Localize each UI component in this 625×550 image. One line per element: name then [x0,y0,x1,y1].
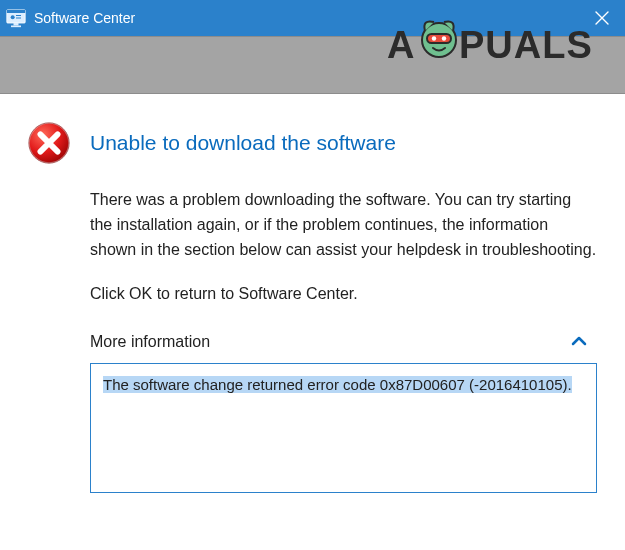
details-box[interactable]: The software change returned error code … [90,363,597,493]
dialog-paragraph-2: Click OK to return to Software Center. [90,282,597,307]
app-icon [6,8,26,28]
dialog-body: There was a problem downloading the soft… [90,188,597,307]
close-button[interactable] [579,0,625,36]
dialog-content: Unable to download the software There wa… [0,94,625,513]
close-icon [595,11,609,25]
svg-rect-3 [11,26,21,28]
more-info-label: More information [90,333,210,351]
header-row: Unable to download the software [26,120,597,166]
dialog-paragraph-1: There was a problem downloading the soft… [90,188,597,262]
error-icon [26,120,72,166]
dialog-heading: Unable to download the software [90,131,396,155]
window-title: Software Center [34,10,135,26]
more-info-toggle[interactable]: More information [90,333,597,351]
error-details-text: The software change returned error code … [103,376,572,393]
titlebar: Software Center [0,0,625,36]
svg-point-4 [11,15,15,19]
svg-rect-2 [14,23,19,26]
chevron-up-icon [571,333,587,351]
svg-rect-1 [7,10,25,13]
toolbar-band [0,36,625,94]
